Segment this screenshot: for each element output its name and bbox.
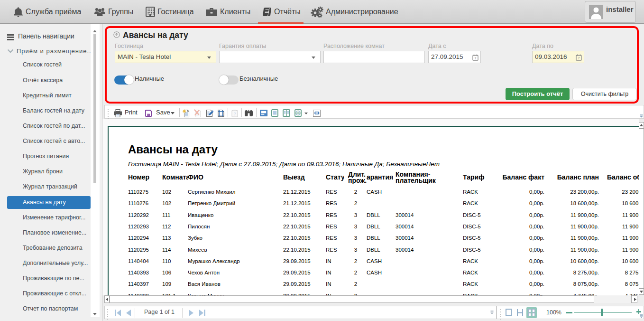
svg-text:7: 7 <box>578 57 580 60</box>
svg-text:7: 7 <box>475 57 477 60</box>
svg-text:?: ? <box>233 112 236 116</box>
